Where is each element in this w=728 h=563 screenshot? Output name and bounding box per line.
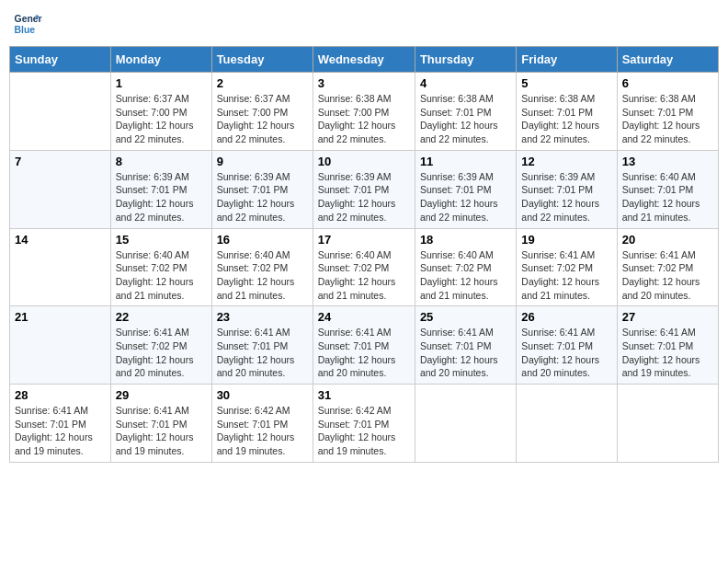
day-cell: 14 [10,228,111,306]
day-cell: 19Sunrise: 6:41 AM Sunset: 7:02 PM Dayli… [517,228,617,306]
day-cell: 12Sunrise: 6:39 AM Sunset: 7:01 PM Dayli… [517,150,617,228]
week-row-5: 28Sunrise: 6:41 AM Sunset: 7:01 PM Dayli… [10,385,719,463]
day-number: 16 [217,233,308,247]
day-cell: 30Sunrise: 6:42 AM Sunset: 7:01 PM Dayli… [211,385,313,463]
day-number: 23 [217,310,308,324]
day-number: 21 [15,310,106,324]
col-header-monday: Monday [110,47,211,73]
col-header-wednesday: Wednesday [313,47,415,73]
day-cell: 17Sunrise: 6:40 AM Sunset: 7:02 PM Dayli… [313,228,415,306]
col-header-sunday: Sunday [10,47,111,73]
day-number: 9 [217,155,308,168]
day-number: 19 [521,233,611,247]
day-number: 4 [420,76,511,90]
day-detail: Sunrise: 6:40 AM Sunset: 7:02 PM Dayligh… [217,248,308,303]
day-number: 8 [116,155,207,168]
day-number: 24 [318,310,410,324]
day-number: 26 [521,310,611,324]
day-number: 1 [116,76,207,90]
page-header: General Blue [9,9,719,39]
day-number: 30 [217,388,308,402]
day-cell: 27Sunrise: 6:41 AM Sunset: 7:01 PM Dayli… [617,306,718,385]
day-detail: Sunrise: 6:41 AM Sunset: 7:01 PM Dayligh… [622,326,713,380]
day-detail: Sunrise: 6:39 AM Sunset: 7:01 PM Dayligh… [217,170,308,224]
day-cell: 15Sunrise: 6:40 AM Sunset: 7:02 PM Dayli… [110,228,211,306]
day-detail: Sunrise: 6:41 AM Sunset: 7:01 PM Dayligh… [420,326,511,380]
day-cell: 24Sunrise: 6:41 AM Sunset: 7:01 PM Dayli… [313,306,415,385]
day-number: 18 [420,233,511,247]
day-cell: 7 [10,150,111,228]
day-number: 31 [318,388,410,402]
week-row-2: 78Sunrise: 6:39 AM Sunset: 7:01 PM Dayli… [10,150,719,228]
day-cell: 25Sunrise: 6:41 AM Sunset: 7:01 PM Dayli… [415,306,516,385]
day-detail: Sunrise: 6:42 AM Sunset: 7:01 PM Dayligh… [217,404,308,458]
day-detail: Sunrise: 6:39 AM Sunset: 7:01 PM Dayligh… [318,170,410,224]
day-cell [415,385,516,463]
day-detail: Sunrise: 6:42 AM Sunset: 7:01 PM Dayligh… [318,404,410,458]
day-detail: Sunrise: 6:38 AM Sunset: 7:01 PM Dayligh… [521,92,611,146]
day-number: 10 [318,155,410,168]
day-cell: 9Sunrise: 6:39 AM Sunset: 7:01 PM Daylig… [211,150,313,228]
day-detail: Sunrise: 6:40 AM Sunset: 7:02 PM Dayligh… [420,248,511,303]
svg-text:Blue: Blue [15,25,36,35]
day-detail: Sunrise: 6:40 AM Sunset: 7:01 PM Dayligh… [622,170,713,224]
day-detail: Sunrise: 6:40 AM Sunset: 7:02 PM Dayligh… [116,248,207,303]
day-detail: Sunrise: 6:41 AM Sunset: 7:02 PM Dayligh… [521,248,611,303]
day-cell: 22Sunrise: 6:41 AM Sunset: 7:02 PM Dayli… [110,306,211,385]
logo: General Blue [13,9,46,39]
day-number: 17 [318,233,410,247]
day-detail: Sunrise: 6:41 AM Sunset: 7:01 PM Dayligh… [217,326,308,380]
day-cell: 23Sunrise: 6:41 AM Sunset: 7:01 PM Dayli… [211,306,313,385]
col-header-saturday: Saturday [617,47,718,73]
day-detail: Sunrise: 6:38 AM Sunset: 7:01 PM Dayligh… [420,92,511,146]
day-cell: 5Sunrise: 6:38 AM Sunset: 7:01 PM Daylig… [517,73,617,151]
day-cell: 4Sunrise: 6:38 AM Sunset: 7:01 PM Daylig… [415,73,516,151]
header-row: SundayMondayTuesdayWednesdayThursdayFrid… [10,47,719,73]
day-detail: Sunrise: 6:37 AM Sunset: 7:00 PM Dayligh… [116,92,207,146]
day-detail: Sunrise: 6:41 AM Sunset: 7:01 PM Dayligh… [521,326,611,380]
day-detail: Sunrise: 6:37 AM Sunset: 7:00 PM Dayligh… [217,92,308,146]
day-cell: 8Sunrise: 6:39 AM Sunset: 7:01 PM Daylig… [110,150,211,228]
day-number: 5 [521,76,611,90]
day-detail: Sunrise: 6:41 AM Sunset: 7:02 PM Dayligh… [622,248,713,303]
day-detail: Sunrise: 6:39 AM Sunset: 7:01 PM Dayligh… [420,170,511,224]
day-cell: 28Sunrise: 6:41 AM Sunset: 7:01 PM Dayli… [10,385,111,463]
day-cell: 1Sunrise: 6:37 AM Sunset: 7:00 PM Daylig… [110,73,211,151]
day-detail: Sunrise: 6:41 AM Sunset: 7:01 PM Dayligh… [15,404,106,458]
day-cell [517,385,617,463]
day-cell: 6Sunrise: 6:38 AM Sunset: 7:01 PM Daylig… [617,73,718,151]
week-row-4: 2122Sunrise: 6:41 AM Sunset: 7:02 PM Day… [10,306,719,385]
day-detail: Sunrise: 6:38 AM Sunset: 7:01 PM Dayligh… [622,92,713,146]
day-cell: 21 [10,306,111,385]
day-cell: 31Sunrise: 6:42 AM Sunset: 7:01 PM Dayli… [313,385,415,463]
day-cell: 10Sunrise: 6:39 AM Sunset: 7:01 PM Dayli… [313,150,415,228]
day-cell: 29Sunrise: 6:41 AM Sunset: 7:01 PM Dayli… [110,385,211,463]
day-detail: Sunrise: 6:38 AM Sunset: 7:00 PM Dayligh… [318,92,410,146]
col-header-thursday: Thursday [415,47,516,73]
day-number: 12 [521,155,611,168]
day-number: 29 [116,388,207,402]
calendar-table: SundayMondayTuesdayWednesdayThursdayFrid… [9,46,719,463]
day-cell: 20Sunrise: 6:41 AM Sunset: 7:02 PM Dayli… [617,228,718,306]
day-detail: Sunrise: 6:39 AM Sunset: 7:01 PM Dayligh… [521,170,611,224]
day-number: 2 [217,76,308,90]
day-detail: Sunrise: 6:41 AM Sunset: 7:01 PM Dayligh… [318,326,410,380]
day-detail: Sunrise: 6:41 AM Sunset: 7:02 PM Dayligh… [116,326,207,380]
day-number: 13 [622,155,713,168]
col-header-tuesday: Tuesday [211,47,313,73]
day-number: 27 [622,310,713,324]
day-cell: 26Sunrise: 6:41 AM Sunset: 7:01 PM Dayli… [517,306,617,385]
day-cell: 16Sunrise: 6:40 AM Sunset: 7:02 PM Dayli… [211,228,313,306]
day-cell: 2Sunrise: 6:37 AM Sunset: 7:00 PM Daylig… [211,73,313,151]
day-cell: 11Sunrise: 6:39 AM Sunset: 7:01 PM Dayli… [415,150,516,228]
day-detail: Sunrise: 6:40 AM Sunset: 7:02 PM Dayligh… [318,248,410,303]
day-number: 25 [420,310,511,324]
day-number: 6 [622,76,713,90]
day-detail: Sunrise: 6:39 AM Sunset: 7:01 PM Dayligh… [116,170,207,224]
week-row-1: 1Sunrise: 6:37 AM Sunset: 7:00 PM Daylig… [10,73,719,151]
day-cell [10,73,111,151]
day-cell: 3Sunrise: 6:38 AM Sunset: 7:00 PM Daylig… [313,73,415,151]
day-cell: 18Sunrise: 6:40 AM Sunset: 7:02 PM Dayli… [415,228,516,306]
day-number: 28 [15,388,106,402]
day-number: 7 [15,155,106,168]
